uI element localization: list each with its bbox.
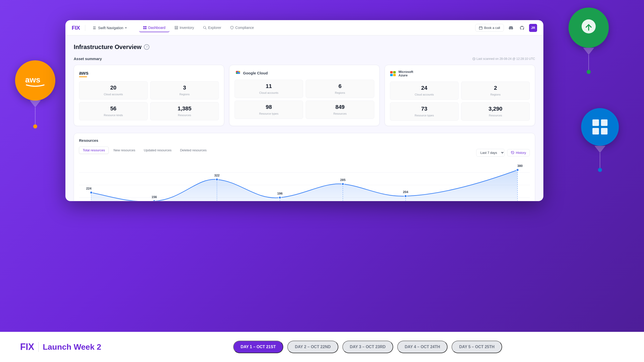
- svg-rect-26: [393, 74, 396, 76]
- azure-card: Microsoft Azure 24 Cloud accounts 2 Regi…: [385, 65, 535, 126]
- asset-summary-title: Asset summary: [74, 57, 102, 61]
- svg-rect-7: [143, 26, 145, 27]
- resources-tabs-row: Total resources New resources Updated re…: [79, 147, 530, 159]
- aws-resources: 1,385 Resources: [150, 102, 219, 120]
- gcp-cloud-accounts: 11 Cloud accounts: [234, 80, 303, 98]
- aws-badge-circle: aws: [15, 60, 55, 101]
- launch-week-text: Launch Week 2: [43, 342, 101, 352]
- svg-point-39: [90, 191, 93, 194]
- history-button[interactable]: History: [507, 149, 530, 156]
- user-avatar[interactable]: JR: [529, 24, 537, 32]
- svg-line-22: [474, 59, 474, 59]
- day-3-pill[interactable]: DAY 3 – OCT 23RD: [342, 341, 393, 353]
- gcp-badge-circle: [569, 8, 609, 48]
- gcp-stats: 11 Cloud accounts 6 Regions 98 Resource …: [234, 80, 374, 119]
- day-4-pill[interactable]: DAY 4 – OCT 24TH: [397, 341, 448, 353]
- tab-explorer-label: Explorer: [208, 26, 221, 30]
- tab-total-resources[interactable]: Total resources: [79, 147, 109, 154]
- azure-resource-types: 73 Resource types: [390, 102, 459, 121]
- gcp-float-badge: [569, 8, 609, 74]
- chart-area: 224 156 322 196 285 204 380: [79, 160, 530, 201]
- aws-float-badge: aws: [15, 60, 55, 128]
- tab-explorer[interactable]: Explorer: [199, 24, 225, 32]
- svg-rect-10: [145, 28, 146, 29]
- day-2-pill[interactable]: DAY 2 – OCT 22ND: [287, 341, 338, 353]
- svg-rect-3: [592, 119, 599, 126]
- tab-compliance[interactable]: Compliance: [226, 24, 258, 32]
- svg-rect-11: [175, 26, 178, 27]
- azure-stats: 24 Cloud accounts 2 Regions 73 Resource …: [390, 81, 530, 121]
- svg-point-41: [216, 178, 218, 181]
- resources-chart: 224 156 322 196 285 204 380: [79, 160, 530, 201]
- tab-compliance-label: Compliance: [235, 26, 254, 30]
- svg-text:322: 322: [214, 173, 220, 177]
- tab-updated-resources[interactable]: Updated resources: [140, 147, 175, 154]
- nav-divider: [85, 25, 85, 31]
- resources-tabs: Total resources New resources Updated re…: [79, 147, 210, 154]
- svg-rect-12: [175, 27, 178, 28]
- svg-rect-5: [592, 128, 599, 134]
- svg-rect-8: [145, 26, 146, 27]
- svg-rect-13: [175, 29, 178, 29]
- svg-rect-9: [143, 28, 145, 29]
- svg-text:224: 224: [86, 186, 92, 190]
- svg-point-43: [342, 183, 344, 185]
- fix-brand-logo: FIX: [20, 342, 34, 352]
- nav-bar: FIX ☰ Swift Navigation ▾ Dashboard: [66, 20, 543, 35]
- aws-logo: aws: [79, 70, 219, 77]
- book-call-button[interactable]: Book a call: [475, 24, 504, 32]
- tab-new-resources[interactable]: New resources: [110, 147, 139, 154]
- asset-cards: aws 20 Cloud accounts 3 Regions 56: [74, 65, 535, 126]
- day-pills: DAY 1 – OCT 21ST DAY 2 – OCT 22ND DAY 3 …: [111, 341, 624, 353]
- gcp-regions: 6 Regions: [306, 80, 374, 98]
- tab-deleted-resources[interactable]: Deleted resources: [176, 147, 211, 154]
- github-icon: [520, 26, 524, 30]
- day-1-pill[interactable]: DAY 1 – OCT 21ST: [233, 341, 284, 353]
- browser-window: FIX ☰ Swift Navigation ▾ Dashboard: [65, 20, 543, 201]
- day-5-pill[interactable]: DAY 5 – OCT 25TH: [452, 341, 502, 353]
- svg-rect-23: [390, 71, 393, 73]
- svg-text:196: 196: [277, 191, 283, 195]
- azure-badge-circle: [581, 108, 619, 146]
- azure-regions: 2 Regions: [461, 81, 530, 100]
- azure-logo: Microsoft Azure: [390, 70, 530, 77]
- aws-card: aws 20 Cloud accounts 3 Regions 56: [74, 65, 224, 126]
- svg-rect-24: [393, 71, 396, 73]
- brand-separator: [38, 342, 39, 352]
- last-scanned: Last scanned on 28-08-24 @ 12:28:10 UTC: [472, 57, 535, 61]
- discord-button[interactable]: [507, 24, 515, 32]
- aws-regions: 3 Regions: [150, 81, 219, 100]
- fix-brand: FIX Launch Week 2: [20, 342, 101, 352]
- main-content: Infrastructure Overview ? Asset summary …: [66, 35, 543, 201]
- chevron-down-icon: ▾: [125, 26, 127, 29]
- azure-cloud-accounts: 24 Cloud accounts: [390, 81, 459, 100]
- resources-section: Resources Total resources New resources …: [74, 133, 535, 201]
- asset-summary-header: Asset summary Last scanned on 28-08-24 @…: [74, 57, 535, 61]
- nav-tabs: Dashboard Inventory Explorer: [139, 24, 470, 32]
- aws-resource-kinds: 56 Resource kinds: [79, 102, 148, 120]
- tab-dashboard[interactable]: Dashboard: [139, 24, 170, 32]
- azure-resources: 3,290 Resources: [461, 102, 530, 121]
- azure-logo-icon: [390, 71, 397, 76]
- github-button[interactable]: [518, 24, 526, 32]
- nav-workspace[interactable]: ☰ Swift Navigation ▾: [90, 25, 129, 31]
- svg-rect-25: [390, 74, 393, 76]
- period-select[interactable]: Last 7 days: [476, 149, 505, 157]
- info-icon[interactable]: ?: [144, 44, 149, 50]
- svg-text:204: 204: [403, 190, 409, 194]
- clock-icon: [472, 57, 475, 60]
- tab-dashboard-label: Dashboard: [148, 26, 166, 30]
- svg-point-40: [153, 200, 155, 201]
- svg-point-45: [516, 169, 519, 171]
- page-title: Infrastructure Overview: [74, 43, 141, 51]
- svg-point-44: [404, 195, 407, 197]
- tab-inventory[interactable]: Inventory: [171, 24, 198, 32]
- compliance-icon: [230, 26, 234, 29]
- workspace-label: Swift Navigation: [98, 26, 123, 30]
- svg-text:aws: aws: [25, 75, 40, 84]
- gcp-resource-types: 98 Resource types: [234, 101, 303, 119]
- azure-name: Microsoft: [398, 70, 413, 74]
- gcp-logo: Google Cloud: [234, 70, 374, 76]
- svg-rect-6: [601, 128, 608, 134]
- azure-float-badge: [581, 108, 619, 172]
